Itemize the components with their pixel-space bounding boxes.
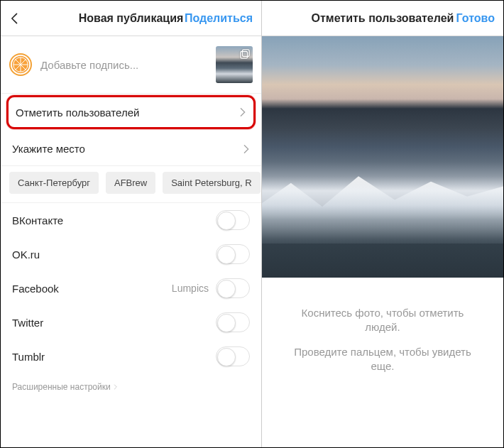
orange-slice-icon	[11, 55, 30, 74]
toggle[interactable]	[216, 278, 250, 298]
location-suggestions: Санкт-Петербург AFBrew Saint Petersburg,…	[1, 166, 261, 203]
chevron-right-icon	[243, 144, 250, 154]
tag-users-label: Отметить пользователей	[16, 106, 239, 119]
tag-hint: Коснитесь фото, чтобы отметить людей. Пр…	[262, 278, 503, 373]
share-action[interactable]: Поделиться	[185, 1, 253, 35]
right-header: Отметить пользователей Готово	[262, 1, 503, 36]
svg-rect-7	[241, 52, 248, 59]
location-chip[interactable]: Saint Petersburg, R	[163, 172, 260, 194]
share-name: Facebook	[12, 283, 172, 295]
toggle[interactable]	[216, 346, 250, 366]
toggle[interactable]	[216, 244, 250, 264]
right-header-title: Отметить пользователей	[312, 12, 454, 25]
multi-photo-icon	[240, 49, 250, 59]
advanced-settings-label: Расширенные настройки	[12, 382, 111, 392]
chevron-right-icon	[114, 384, 118, 390]
post-thumbnail[interactable]	[216, 46, 253, 83]
avatar	[9, 53, 32, 76]
share-vkontakte: ВКонтакте	[1, 203, 261, 237]
tag-photo-area[interactable]	[262, 36, 503, 278]
location-chip[interactable]: AFBrew	[106, 172, 155, 194]
back-button[interactable]	[8, 1, 29, 35]
add-location-label: Укажите место	[12, 143, 243, 155]
tag-users-row[interactable]: Отметить пользователей	[6, 95, 256, 129]
advanced-settings[interactable]: Расширенные настройки	[1, 373, 261, 400]
share-subtitle: Lumpics	[172, 283, 209, 294]
tag-hint-line1: Коснитесь фото, чтобы отметить людей.	[283, 306, 482, 335]
add-location-row[interactable]: Укажите место	[1, 132, 261, 166]
new-post-screen: Новая публикация Поделиться Добавьте под…	[1, 1, 262, 447]
share-name: OK.ru	[12, 248, 216, 261]
left-header: Новая публикация Поделиться	[1, 1, 261, 36]
share-okru: OK.ru	[1, 237, 261, 271]
svg-rect-6	[243, 50, 250, 57]
share-name: Twitter	[12, 317, 216, 329]
tag-people-screen: Отметить пользователей Готово Коснитесь …	[262, 1, 503, 447]
left-header-title: Новая публикация	[79, 12, 184, 25]
chevron-left-icon	[8, 11, 22, 26]
caption-row: Добавьте подпись...	[1, 36, 261, 94]
share-name: Tumblr	[12, 351, 216, 363]
toggle[interactable]	[216, 312, 250, 332]
toggle[interactable]	[216, 210, 250, 230]
share-name: ВКонтакте	[12, 214, 216, 226]
caption-input[interactable]: Добавьте подпись...	[40, 59, 216, 71]
share-twitter: Twitter	[1, 305, 261, 339]
share-tumblr: Tumblr	[1, 339, 261, 373]
share-facebook: Facebook Lumpics	[1, 271, 261, 305]
location-chip[interactable]: Санкт-Петербург	[9, 172, 99, 194]
done-action[interactable]: Готово	[456, 1, 495, 35]
tag-hint-line2: Проведите пальцем, чтобы увидеть еще.	[283, 345, 482, 374]
chevron-right-icon	[239, 107, 246, 117]
